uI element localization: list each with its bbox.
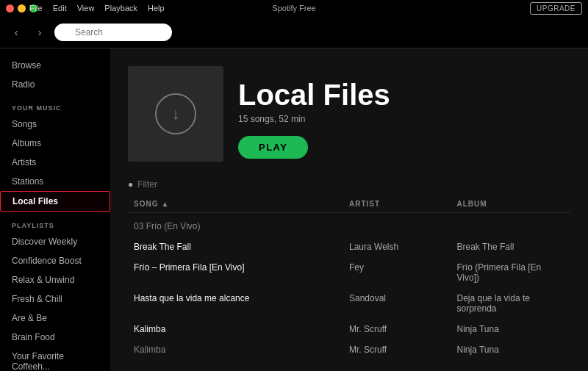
song-name: Hasta que la vida me alcance: [134, 293, 349, 314]
track-row[interactable]: Break The Fall Laura Welsh Break The Fal…: [128, 237, 570, 257]
download-icon: ↓: [155, 93, 196, 134]
column-album: ALBUM: [457, 200, 565, 208]
menu-help[interactable]: Help: [148, 4, 165, 12]
track-row[interactable]: Frío – Primera Fila [En Vivo] Fey Frío (…: [128, 257, 570, 288]
search-input[interactable]: [54, 24, 172, 41]
artist-name: Laura Welsh: [349, 242, 457, 252]
hero-section: ↓ Local Files 15 songs, 52 min PLAY: [110, 48, 588, 176]
upgrade-button[interactable]: UPGRADE: [530, 2, 582, 15]
track-list: SONG ▲ ARTIST ALBUM 03 Frío (En Vivo) Br…: [110, 195, 588, 360]
artist-name: Mr. Scruff: [349, 324, 457, 334]
song-name: Break The Fall: [134, 242, 349, 252]
menu-view[interactable]: View: [77, 4, 95, 12]
main-layout: Browse Radio YOUR MUSIC Songs Albums Art…: [0, 48, 588, 371]
titlebar: File Edit View Playback Help Spotify Fre…: [0, 0, 588, 16]
filter-icon: ●: [128, 179, 133, 190]
song-name: Kalimba: [134, 324, 349, 334]
menu-playback[interactable]: Playback: [104, 4, 137, 12]
sidebar-item-browse[interactable]: Browse: [0, 56, 110, 75]
track-row[interactable]: Kalimba Mr. Scruff Ninja Tuna: [128, 319, 570, 339]
album-name: Ninja Tuna: [457, 345, 565, 355]
playlist-title: Local Files: [238, 80, 390, 109]
back-button[interactable]: ‹: [7, 24, 25, 41]
sidebar-item-stations[interactable]: Stations: [0, 172, 110, 191]
navbar: ‹ › ●: [0, 16, 588, 48]
your-music-label: YOUR MUSIC: [0, 94, 110, 115]
minimize-button[interactable]: [18, 4, 26, 12]
album-name: Frío (Primera Fila [En Vivo]): [457, 262, 565, 283]
filter-bar: ●: [110, 176, 588, 195]
sidebar-item-artists[interactable]: Artists: [0, 153, 110, 172]
sidebar-item-fresh-chill[interactable]: Fresh & Chill: [0, 289, 110, 309]
sidebar-item-local-files[interactable]: Local Files: [0, 191, 110, 212]
search-wrapper: ●: [54, 24, 172, 41]
forward-button[interactable]: ›: [31, 24, 49, 41]
song-name: 03 Frío (En Vivo): [134, 221, 349, 231]
sidebar-item-coffeeh[interactable]: Your Favorite Coffeeh...: [0, 347, 110, 371]
sidebar-item-songs[interactable]: Songs: [0, 115, 110, 134]
album-name: Deja que la vida te sorprenda: [457, 293, 565, 314]
playlist-subtitle: 15 songs, 52 min: [238, 114, 390, 124]
app-title: Spotify Free: [272, 4, 315, 12]
track-row[interactable]: Kalimba Mr. Scruff Ninja Tuna: [128, 339, 570, 360]
filter-input[interactable]: [137, 179, 570, 190]
album-name: Break The Fall: [457, 242, 565, 252]
sidebar-item-confidence-boost[interactable]: Confidence Boost: [0, 251, 110, 270]
sidebar-item-radio[interactable]: Radio: [0, 75, 110, 94]
content-area: ↓ Local Files 15 songs, 52 min PLAY ● SO…: [110, 48, 588, 371]
track-row[interactable]: Hasta que la vida me alcance Sandoval De…: [128, 288, 570, 319]
track-rows: 03 Frío (En Vivo) Break The Fall Laura W…: [128, 216, 570, 360]
sidebar-item-brain-food[interactable]: Brain Food: [0, 328, 110, 347]
track-header: SONG ▲ ARTIST ALBUM: [128, 195, 570, 213]
sort-arrow-icon: ▲: [161, 200, 169, 208]
menu-bar: File Edit View Playback Help: [29, 4, 165, 12]
column-artist: ARTIST: [349, 200, 457, 208]
sidebar-item-are-be[interactable]: Are & Be: [0, 309, 110, 328]
close-button[interactable]: [6, 4, 14, 12]
album-name: Ninja Tuna: [457, 324, 565, 334]
hero-info: Local Files 15 songs, 52 min PLAY: [238, 80, 390, 162]
playlists-label: PLAYLISTS: [0, 212, 110, 232]
column-song: SONG ▲: [134, 200, 349, 208]
artist-name: Fey: [349, 262, 457, 283]
sidebar-item-relax-unwind[interactable]: Relax & Unwind: [0, 270, 110, 289]
song-name: Frío – Primera Fila [En Vivo]: [134, 262, 349, 283]
artist-name: [349, 221, 457, 231]
sidebar-item-albums[interactable]: Albums: [0, 134, 110, 153]
album-art: ↓: [128, 66, 223, 162]
menu-edit[interactable]: Edit: [53, 4, 67, 12]
song-name: Kalimba: [134, 345, 349, 355]
artist-name: Sandoval: [349, 293, 457, 314]
sidebar: Browse Radio YOUR MUSIC Songs Albums Art…: [0, 48, 110, 371]
sidebar-item-discover-weekly[interactable]: Discover Weekly: [0, 232, 110, 251]
play-button[interactable]: PLAY: [238, 136, 308, 159]
track-row[interactable]: 03 Frío (En Vivo): [128, 216, 570, 237]
album-name: [457, 221, 565, 231]
artist-name: Mr. Scruff: [349, 345, 457, 355]
menu-file[interactable]: File: [29, 4, 43, 12]
